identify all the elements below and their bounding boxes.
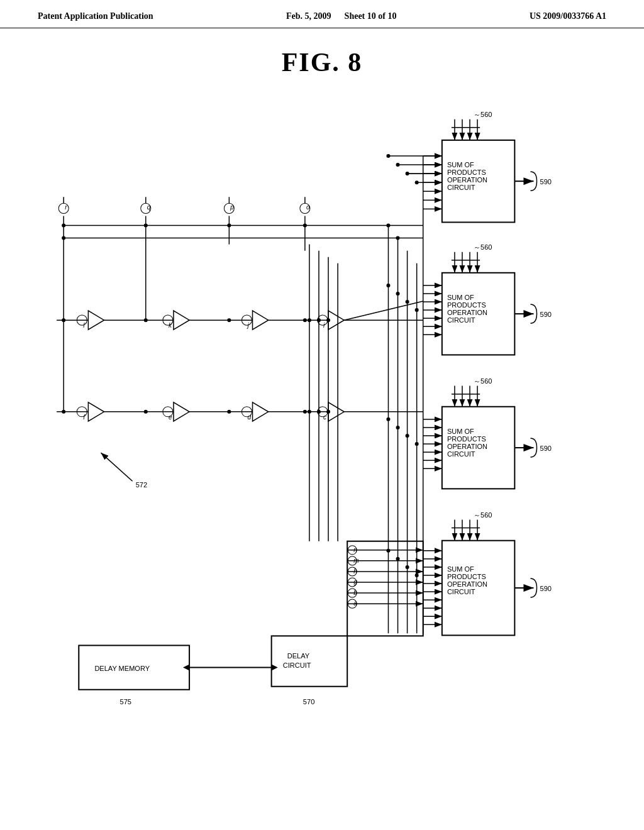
svg-point-161 [317, 318, 321, 322]
label-i: i [323, 322, 325, 329]
circuit-svg: text { font-family: Arial, sans-serif; f… [38, 75, 606, 805]
sop-text-4d: CIRCUIT [447, 588, 475, 595]
svg-line-148 [344, 301, 423, 320]
svg-marker-95 [174, 311, 189, 329]
svg-point-134 [144, 223, 148, 227]
svg-point-119 [58, 203, 69, 213]
label-l: l [83, 322, 85, 329]
figure-title: FIG. 8 [0, 47, 644, 77]
svg-marker-97 [253, 311, 269, 329]
sop-text-2c: OPERATION [447, 309, 487, 316]
svg-point-136 [303, 223, 307, 227]
sop-text-3b: PRODUCTS [447, 435, 486, 443]
svg-point-183 [396, 557, 400, 561]
svg-point-176 [406, 300, 409, 304]
sop-text-1d: CIRCUIT [447, 184, 475, 191]
572-label: 572 [136, 481, 147, 489]
svg-point-170 [386, 154, 390, 158]
sop-text-1c: OPERATION [447, 176, 487, 184]
590-label-1: 590 [540, 178, 552, 185]
svg-point-178 [386, 418, 390, 421]
svg-point-177 [415, 308, 419, 312]
sop-text-1b: PRODUCTS [447, 169, 486, 176]
svg-point-138 [62, 236, 65, 240]
delay-circuit-label-1: DELAY [287, 652, 310, 660]
sop-text-1a: SUM OF [447, 161, 474, 169]
svg-point-185 [415, 573, 419, 577]
svg-point-153 [386, 223, 390, 227]
svg-point-141 [303, 318, 307, 322]
svg-point-160 [308, 318, 311, 322]
input-p: p [230, 204, 234, 211]
sop-text-3d: CIRCUIT [447, 450, 475, 458]
sop-text-3c: OPERATION [447, 443, 487, 450]
svg-point-143 [227, 410, 231, 414]
delay-circuit-label-2: CIRCUIT [283, 661, 311, 669]
svg-marker-103 [174, 402, 189, 421]
delay-memory-label: DELAY MEMORY [94, 665, 150, 672]
570-label: 570 [303, 698, 314, 706]
page-header: Patent Application Publication Feb. 5, 2… [0, 0, 644, 28]
svg-point-137 [62, 223, 65, 227]
svg-marker-93 [88, 311, 104, 329]
sop-text-2d: CIRCUIT [447, 316, 475, 324]
circuit-diagram: text { font-family: Arial, sans-serif; f… [38, 75, 606, 805]
svg-point-174 [386, 284, 390, 287]
svg-point-164 [317, 410, 321, 414]
svg-rect-88 [347, 541, 423, 636]
svg-point-146 [62, 318, 65, 322]
input-q: q [147, 204, 151, 211]
svg-point-180 [406, 434, 409, 438]
560-label-3: ～560 [474, 377, 492, 385]
560-label-1: ～560 [474, 111, 492, 118]
svg-point-175 [396, 292, 400, 296]
svg-line-155 [101, 453, 132, 481]
patent-number-label: US 2009/0033766 A1 [530, 11, 606, 21]
publication-label: Patent Application Publication [38, 11, 153, 21]
590-label-4: 590 [540, 585, 552, 592]
date-label: Feb. 5, 2009 [286, 11, 331, 21]
svg-marker-101 [88, 402, 104, 421]
svg-marker-99 [328, 311, 344, 329]
svg-point-162 [326, 318, 330, 322]
svg-point-173 [415, 180, 419, 184]
svg-point-140 [227, 318, 231, 322]
575-label: 575 [120, 698, 131, 706]
svg-point-181 [415, 442, 419, 446]
svg-point-165 [326, 410, 330, 414]
svg-point-142 [144, 410, 148, 414]
svg-point-139 [144, 318, 148, 322]
590-label-2: 590 [540, 311, 552, 318]
label-c: c [323, 414, 326, 421]
sop-text-4a: SUM OF [447, 565, 474, 573]
svg-marker-105 [253, 402, 269, 421]
sop-text-2a: SUM OF [447, 294, 474, 301]
svg-point-154 [396, 236, 400, 240]
sheet-label: Sheet 10 of 10 [345, 11, 397, 21]
590-label-3: 590 [540, 445, 552, 452]
svg-point-135 [227, 223, 231, 227]
svg-point-171 [396, 163, 400, 167]
svg-point-184 [406, 565, 409, 569]
sop-text-4c: OPERATION [447, 580, 487, 588]
svg-point-172 [406, 172, 409, 175]
date-sheet-label: Feb. 5, 2009 Sheet 10 of 10 [286, 11, 396, 21]
svg-point-163 [308, 410, 311, 414]
svg-point-182 [386, 549, 390, 553]
svg-point-179 [396, 426, 400, 429]
svg-point-147 [62, 410, 65, 414]
sop-text-4b: PRODUCTS [447, 573, 486, 580]
svg-marker-107 [328, 402, 344, 421]
svg-point-144 [303, 410, 307, 414]
input-o: o [306, 204, 310, 211]
560-label-4: ～560 [474, 511, 492, 519]
560-label-2: ～560 [474, 243, 492, 251]
sop-text-3a: SUM OF [447, 428, 474, 435]
sop-text-2b: PRODUCTS [447, 301, 486, 309]
label-f: f [83, 414, 86, 421]
label-j: j [246, 322, 249, 329]
